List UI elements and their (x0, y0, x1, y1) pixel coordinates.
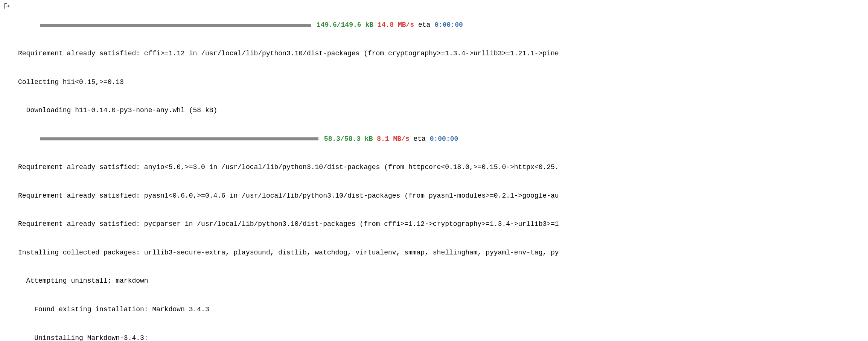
output-line: Requirement already satisfied: pyasn1<0.… (18, 191, 865, 201)
progress-line: 149.6/149.6 kB 14.8 MB/s eta 0:00:00 (18, 20, 865, 30)
eta-label: eta (414, 135, 426, 143)
output-line: Requirement already satisfied: cffi>=1.1… (18, 49, 865, 58)
output-line: Uninstalling Markdown-3.4.3: (18, 333, 865, 341)
output-line: Attempting uninstall: markdown (18, 276, 865, 286)
download-speed: 14.8 MB/s (378, 21, 414, 29)
collapse-output-icon[interactable] (3, 2, 11, 13)
output-line: Downloading h11-0.14.0-py3-none-any.whl … (18, 106, 865, 115)
progress-bar (40, 137, 318, 140)
download-size: 149.6/149.6 kB (317, 21, 373, 29)
output-line: Found existing installation: Markdown 3.… (18, 305, 865, 314)
download-size: 58.3/58.3 kB (324, 135, 373, 143)
output-gutter (3, 2, 18, 13)
output-line: Requirement already satisfied: anyio<5.0… (18, 163, 865, 172)
eta-label: eta (418, 21, 430, 29)
output-line: Installing collected packages: urllib3-s… (18, 248, 865, 257)
eta-value: 0:00:00 (434, 21, 463, 29)
progress-bar (40, 24, 311, 27)
download-speed: 8.1 MB/s (377, 135, 409, 143)
terminal-output: 149.6/149.6 kB 14.8 MB/s eta 0:00:00 Req… (18, 2, 865, 341)
notebook-output-cell: 149.6/149.6 kB 14.8 MB/s eta 0:00:00 Req… (0, 0, 868, 341)
output-line: Requirement already satisfied: pycparser… (18, 219, 865, 229)
progress-line: 58.3/58.3 kB 8.1 MB/s eta 0:00:00 (18, 134, 865, 144)
eta-value: 0:00:00 (430, 135, 458, 143)
output-line: Collecting h11<0.15,>=0.13 (18, 78, 865, 87)
